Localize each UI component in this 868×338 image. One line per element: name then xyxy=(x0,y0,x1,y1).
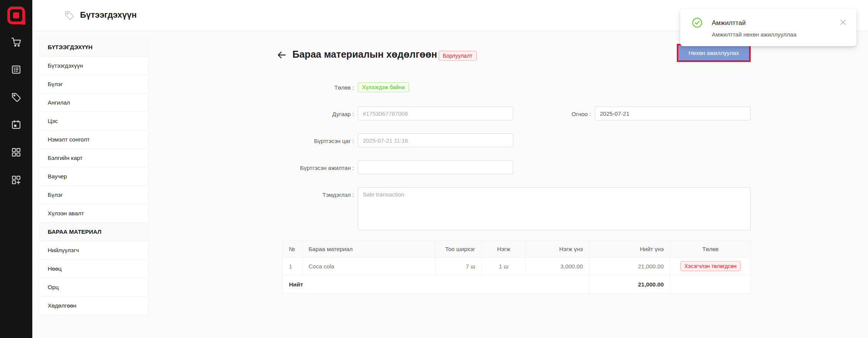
sidebar-item-product[interactable]: Бүтээгдэхүүн xyxy=(39,57,148,75)
date-label: Огноо : xyxy=(519,111,591,117)
number-input[interactable] xyxy=(358,107,513,120)
registered-staff-input[interactable] xyxy=(358,160,513,174)
back-arrow-icon[interactable] xyxy=(276,50,287,60)
col-header-total: Нийт үнэ xyxy=(589,240,670,258)
sidebar-item-receiving[interactable]: Хүлээн авалт xyxy=(39,204,148,223)
registered-staff-label: Бүртгэсэн ажилтан : xyxy=(269,165,354,171)
app-logo[interactable] xyxy=(7,7,25,24)
app-section-title: Бүтээгдэхүүн xyxy=(80,10,137,20)
sidebar-item-voucher[interactable]: Ваучер xyxy=(39,167,148,186)
note-textarea[interactable]: Sale transaction xyxy=(358,187,751,230)
cell-unit: 1 ш xyxy=(482,258,526,275)
table-header-row: № Бараа материал Тоо ширхэг Нэгж Нэгж үн… xyxy=(283,240,751,258)
success-toast: Амжилттай Амжилттай нөхөн ажиллууллаа xyxy=(680,9,856,46)
sidebar-item-group-2[interactable]: Бүлэг xyxy=(39,186,148,204)
tag-icon[interactable] xyxy=(11,92,22,103)
toast-message: Амжилттай нөхөн ажиллууллаа xyxy=(712,31,796,38)
registered-time-label: Бүртгэсэн цаг : xyxy=(269,138,354,144)
sidebar-item-extra-option[interactable]: Нэмэлт сонголт xyxy=(39,130,148,149)
annotation-highlight-rect: Нөхөн ажиллуулах xyxy=(677,44,751,62)
cell-item: Coca cola xyxy=(302,258,436,275)
sidebar-item-stock[interactable]: Нөөц xyxy=(39,260,148,278)
logo-dot xyxy=(13,12,19,18)
date-input[interactable] xyxy=(595,107,751,120)
col-header-unit: Нэгж xyxy=(482,240,526,258)
status-badge: Хүлээгдэж байна xyxy=(358,82,409,92)
transaction-type-badge: Борлуулалт xyxy=(439,51,477,61)
header-tag-icon xyxy=(64,10,75,21)
note-label: Тэмдэглэл : xyxy=(269,191,354,198)
cell-status: Хэсэгчлэн төлөгдсөн xyxy=(670,258,751,275)
cell-unit-price: 3,000.00 xyxy=(526,258,589,275)
toast-title: Амжилттай xyxy=(712,19,746,27)
footer-total: 21,000.00 xyxy=(589,275,670,294)
sidebar-menu: БҮТЭЭГДЭХҮҮН Бүтээгдэхүүн Бүлэг Ангилал … xyxy=(39,38,149,315)
cart-icon[interactable] xyxy=(11,37,22,47)
sidebar-item-movement[interactable]: Хөдөлгөөн xyxy=(39,296,148,315)
table-footer-row: Нийт 21,000.00 xyxy=(283,275,751,294)
sidebar-item-supplier[interactable]: Нийлүүлэгч xyxy=(39,241,148,260)
icon-rail xyxy=(0,0,32,338)
check-circle-icon xyxy=(692,17,703,28)
receipt-icon[interactable] xyxy=(11,64,22,75)
sidebar-item-group[interactable]: Бүлэг xyxy=(39,75,148,93)
col-header-no: № xyxy=(283,240,302,258)
rerun-button[interactable]: Нөхөн ажиллуулах xyxy=(678,45,749,60)
footer-empty-cell xyxy=(670,275,751,294)
note-field-wrap: Sale transaction xyxy=(358,187,751,230)
apps-grid-icon[interactable] xyxy=(11,147,22,158)
table-row: 1 Coca cola 7 ш 1 ш 3,000.00 21,000.00 Х… xyxy=(283,258,751,275)
sidebar-section-products: БҮТЭЭГДЭХҮҮН xyxy=(39,38,148,57)
col-header-item: Бараа материал xyxy=(302,240,436,258)
col-header-qty: Тоо ширхэг xyxy=(436,240,482,258)
col-header-unit-price: Нэгж үнэ xyxy=(526,240,589,258)
footer-label: Нийт xyxy=(283,275,589,294)
status-label: Төлөв : xyxy=(269,84,354,91)
cell-total: 21,000.00 xyxy=(589,258,670,275)
number-label: Дугаар : xyxy=(269,111,354,117)
apps-add-icon[interactable] xyxy=(11,175,22,185)
registered-time-input[interactable] xyxy=(358,133,513,147)
sidebar-item-category[interactable]: Ангилал xyxy=(39,93,148,112)
col-header-status: Төлөв xyxy=(670,240,751,258)
sidebar-item-gift-card[interactable]: Бэлгийн карт xyxy=(39,149,148,167)
sidebar-section-inventory: БАРАА МАТЕРИАЛ xyxy=(39,223,148,241)
payment-status-badge: Хэсэгчлэн төлөгдсөн xyxy=(680,261,741,271)
cell-qty: 7 ш xyxy=(436,258,482,275)
toast-close-icon[interactable] xyxy=(840,19,846,26)
items-table: № Бараа материал Тоо ширхэг Нэгж Нэгж үн… xyxy=(282,240,751,294)
calendar-icon[interactable] xyxy=(11,119,22,130)
page-title: Бараа материалын хөдөлгөөн xyxy=(292,49,437,60)
sidebar-item-ingredient[interactable]: Орц xyxy=(39,278,148,296)
cell-no: 1 xyxy=(283,258,302,275)
sidebar-item-menu[interactable]: Цэс xyxy=(39,112,148,130)
